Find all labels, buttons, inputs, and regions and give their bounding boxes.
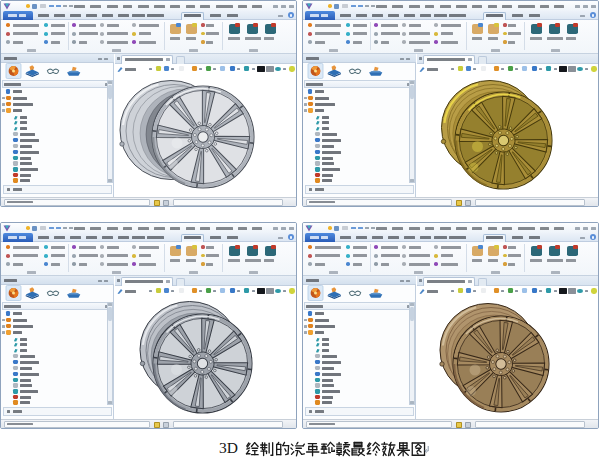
svg-text:3D: 3D xyxy=(219,441,238,456)
